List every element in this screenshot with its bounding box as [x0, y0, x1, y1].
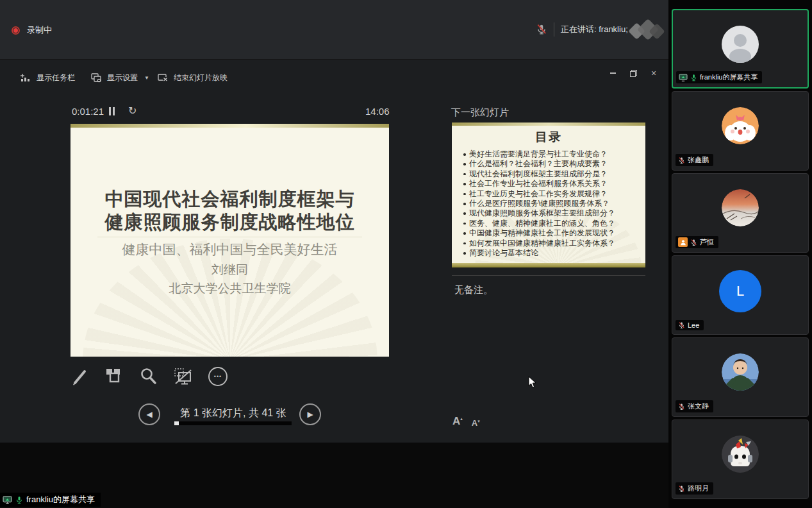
minimize-button[interactable]: [608, 68, 618, 78]
display-settings-icon: [91, 73, 102, 83]
current-slide[interactable]: 中国现代社会福利制度框架与 健康照顾服务制度战略性地位 健康中国、福利中国与全民…: [70, 124, 389, 357]
next-slide-panel-label: 下一张幻灯片: [451, 106, 509, 119]
participant-label: 路明月: [675, 482, 713, 495]
toc-bullet: 什么是医疗照顾服务\健康照顾服务体系？: [462, 199, 642, 208]
slide-affiliation: 北京大学公共卫生学院: [70, 280, 389, 297]
mic-on-icon: [15, 496, 23, 504]
recording-indicator[interactable]: 录制中: [12, 24, 52, 36]
participant-tile[interactable]: 张鑫鹏: [672, 91, 809, 171]
participant-name: frankliu的屏幕共享: [700, 72, 758, 82]
close-button[interactable]: ×: [649, 68, 659, 78]
mic-muted-icon: [678, 321, 685, 329]
timer-row: 0:01:21 ↻ 14:06: [0, 105, 397, 120]
notes-divider: [452, 275, 645, 276]
slide-gold-bar: [452, 123, 645, 126]
participant-tile[interactable]: 张文静: [672, 337, 809, 417]
meeting-screen: 录制中 正在讲话: frankliu;: [0, 0, 812, 508]
clock-time: 14:06: [365, 106, 390, 117]
avatar: [722, 189, 759, 226]
toc-bullet: 现代社会福利制度框架主要组成部分是？: [462, 169, 642, 179]
display-settings-button[interactable]: 显示设置 ▼: [91, 72, 149, 83]
toc-bullet: 什么是福利？社会福利？主要构成要素？: [462, 159, 642, 169]
avatar-letter: L: [736, 283, 744, 300]
chevron-down-icon: ▼: [144, 75, 149, 81]
restart-timer-button[interactable]: ↻: [128, 105, 137, 117]
slide-author: 刘继同: [70, 262, 389, 278]
slide-tools: •••: [68, 364, 229, 389]
black-screen-icon: [173, 367, 194, 386]
black-screen-button[interactable]: [172, 365, 195, 388]
mic-on-icon: [690, 74, 697, 81]
more-options-button[interactable]: •••: [206, 365, 229, 388]
slide-gold-bar-bottom: [452, 263, 645, 267]
child-photo-avatar: [722, 353, 759, 391]
toc-bullet: 如何发展中国健康精神健康社工实务体系？: [462, 239, 642, 248]
puppy-avatar: [722, 107, 759, 144]
slide-subtitle: 健康中国、福利中国与全民美好生活: [70, 241, 389, 258]
avatar: [722, 26, 759, 63]
next-slide-title: 目录: [452, 129, 645, 146]
pen-icon: [70, 367, 89, 386]
see-all-slides-button[interactable]: [103, 365, 126, 388]
restore-button[interactable]: [628, 68, 638, 78]
mic-muted-icon: [536, 24, 547, 35]
slide-counter: 第 1 张幻灯片, 共 41 张: [172, 407, 295, 420]
ellipsis-icon: •••: [208, 367, 228, 386]
mic-muted-icon: [678, 485, 685, 493]
recording-dot-icon: [12, 26, 20, 35]
end-slideshow-icon: [158, 73, 169, 83]
slide-title-line2: 健康照顾服务制度战略性地位: [70, 210, 389, 235]
elapsed-time: 0:01:21: [72, 106, 104, 117]
screen-share-banner: frankliu的屏幕共享: [0, 493, 101, 507]
toc-bullet: 中国健康与精神健康社会工作的发展现状？: [462, 228, 642, 238]
pause-timer-button[interactable]: [109, 107, 115, 115]
avatar: [722, 436, 759, 473]
share-banner-label: frankliu的屏幕共享: [26, 494, 95, 505]
show-taskbar-button[interactable]: 显示任务栏: [21, 72, 75, 83]
host-badge-icon: [678, 237, 688, 247]
participant-label: 芦恒: [675, 236, 718, 248]
speaking-indicator: 正在讲话: frankliu;: [536, 21, 628, 38]
participant-tile-frankliu[interactable]: frankliu的屏幕共享: [672, 9, 809, 89]
zoom-slide-button[interactable]: [137, 365, 160, 388]
avatar: [722, 107, 759, 144]
pen-tool-button[interactable]: [68, 365, 91, 388]
magnifier-icon: [139, 367, 158, 386]
end-slideshow-label: 结束幻灯片放映: [174, 72, 228, 83]
toc-bullet: 医务、健康、精神健康社工的涵义、角色？: [462, 219, 642, 228]
mic-muted-icon: [678, 403, 685, 411]
next-slide-preview: 目录 美好生活需要满足背景与社工专业使命？什么是福利？社会福利？主要构成要素？现…: [452, 123, 645, 267]
participant-tile[interactable]: 芦恒: [672, 173, 809, 253]
divider: [554, 22, 554, 37]
slide-gold-bar: [70, 124, 389, 128]
slide-progress-bar[interactable]: [174, 421, 292, 425]
presenter-window: 显示任务栏 显示设置 ▼ 结束幻灯片放映: [0, 59, 668, 443]
notes-font-controls: A▴ A▾: [452, 415, 480, 428]
participant-label: 张文静: [675, 400, 713, 412]
progress-thumb[interactable]: [174, 421, 179, 425]
participant-label: Lee: [675, 320, 704, 330]
meeting-header: 录制中 正在讲话: frankliu;: [0, 0, 668, 59]
meeting-logo-icon: [629, 19, 667, 42]
toc-bullet-list: 美好生活需要满足背景与社工专业使命？什么是福利？社会福利？主要构成要素？现代社会…: [462, 149, 642, 258]
participant-name: 芦恒: [700, 237, 714, 247]
participant-name: Lee: [688, 321, 699, 329]
decrease-font-button[interactable]: A▾: [472, 418, 480, 428]
previous-slide-button[interactable]: ◀: [138, 403, 160, 425]
participant-tile[interactable]: L Lee: [672, 255, 809, 335]
avatar: L: [719, 270, 761, 312]
increase-font-button[interactable]: A▴: [452, 415, 463, 428]
notes-text: 无备注。: [454, 284, 493, 296]
window-controls: ×: [608, 68, 659, 78]
display-settings-label: 显示设置: [107, 72, 138, 83]
end-slideshow-button[interactable]: 结束幻灯片放映: [158, 72, 228, 83]
toc-bullet: 现代健康照顾服务体系框架主要组成部分？: [462, 208, 642, 218]
show-taskbar-label: 显示任务栏: [37, 72, 75, 83]
slide-title-line1: 中国现代社会福利制度框架与: [70, 187, 389, 212]
next-slide-button[interactable]: ▶: [299, 403, 321, 425]
toc-bullet: 美好生活需要满足背景与社工专业使命？: [462, 149, 642, 159]
sunset-avatar: [722, 189, 759, 226]
mic-muted-icon: [690, 239, 697, 246]
shared-screen-area: 录制中 正在讲话: frankliu;: [0, 0, 668, 508]
participant-tile[interactable]: 路明月: [672, 419, 809, 499]
